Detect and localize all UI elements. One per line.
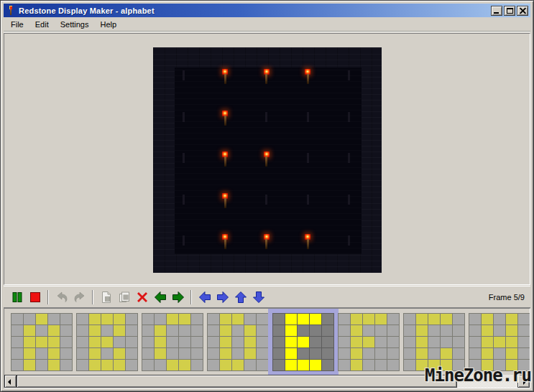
delete-x-icon <box>135 290 149 304</box>
close-button[interactable] <box>517 6 528 16</box>
pixel-cell <box>285 348 297 359</box>
pixel-cell <box>167 325 178 336</box>
minimize-button[interactable] <box>491 6 502 16</box>
pixel-cell <box>208 360 219 370</box>
menu-help[interactable]: Help <box>94 19 122 30</box>
pixel-cell <box>469 314 481 325</box>
pixel-cell <box>310 348 321 359</box>
redstone-torch-lit[interactable] <box>263 69 270 88</box>
shift-right-button[interactable] <box>214 289 231 306</box>
redstone-torch-unlit[interactable] <box>180 111 188 129</box>
pixel-cell <box>482 348 493 359</box>
pixel-cell <box>126 337 137 347</box>
frame-thumbnail-A[interactable] <box>11 313 73 371</box>
pixel-cell <box>322 348 333 359</box>
redstone-torch-unlit[interactable] <box>346 69 353 88</box>
redstone-torch-lit[interactable] <box>221 193 229 212</box>
shift-up-button[interactable] <box>232 289 249 306</box>
pixel-cell <box>232 337 244 347</box>
pixel-cell <box>89 314 101 325</box>
redstone-torch-unlit[interactable] <box>180 234 188 253</box>
scroll-left-button[interactable] <box>4 375 17 388</box>
pixel-cell <box>167 337 178 347</box>
pixel-cell <box>375 325 387 336</box>
pixel-cell <box>155 314 166 325</box>
frame-indicator: Frame 5/9 <box>489 293 525 302</box>
pixel-cell <box>167 314 178 325</box>
next-frame-button[interactable] <box>170 289 187 306</box>
pixel-cell <box>77 348 88 359</box>
pixel-cell <box>114 314 125 325</box>
pixel-cell <box>453 314 464 325</box>
redstone-torch-unlit[interactable] <box>346 234 353 253</box>
frame-thumbnail-C[interactable] <box>142 313 203 371</box>
pixel-cell <box>48 314 60 325</box>
pixel-cell <box>322 337 333 347</box>
redstone-torch-lit[interactable] <box>221 234 229 253</box>
redstone-torch-unlit[interactable] <box>304 151 311 170</box>
pixel-cell <box>416 348 428 359</box>
frame-thumbnail-E[interactable] <box>272 313 334 371</box>
redstone-torch-unlit[interactable] <box>263 111 270 129</box>
pixel-cell <box>506 314 517 325</box>
pixel-cell <box>428 348 440 359</box>
redstone-torch-lit[interactable] <box>304 234 311 253</box>
prev-frame-button[interactable] <box>152 289 169 306</box>
pixel-cell <box>220 360 231 370</box>
pixel-cell <box>24 314 35 325</box>
pixel-cell <box>273 337 285 347</box>
menu-edit[interactable]: Edit <box>29 19 55 30</box>
menu-settings[interactable]: Settings <box>55 19 95 30</box>
maximize-button[interactable] <box>504 6 515 16</box>
redstone-torch-unlit[interactable] <box>346 193 353 212</box>
redstone-torch-lit[interactable] <box>221 111 229 129</box>
frame-thumbnail-D[interactable] <box>207 313 269 371</box>
pixel-cell <box>298 325 309 336</box>
pixel-cell <box>375 314 387 325</box>
frame-thumbnail-H[interactable] <box>469 313 530 371</box>
torch-stick <box>265 112 267 122</box>
redstone-torch-unlit[interactable] <box>180 69 188 88</box>
redstone-torch-unlit[interactable] <box>180 193 188 212</box>
pixel-cell <box>387 337 399 347</box>
redstone-torch-lit[interactable] <box>221 69 229 88</box>
redstone-torch-unlit[interactable] <box>180 151 188 170</box>
redstone-torch-lit[interactable] <box>263 151 270 170</box>
pixel-cell <box>155 348 166 359</box>
stop-button[interactable] <box>27 289 44 306</box>
redstone-torch-unlit[interactable] <box>304 111 311 129</box>
pixel-cell <box>244 325 256 336</box>
pixel-cell <box>220 325 231 336</box>
redstone-torch-unlit[interactable] <box>346 151 353 170</box>
frame-thumbnail-F[interactable] <box>338 313 400 371</box>
pixel-cell <box>387 325 399 336</box>
redstone-torch-lit[interactable] <box>304 69 311 88</box>
title-bar[interactable]: Redstone Display Maker - alphabet <box>4 4 530 17</box>
toolbar-separator <box>47 290 49 304</box>
delete-frame-button[interactable] <box>134 289 151 306</box>
pixel-cell <box>506 337 517 347</box>
pixel-cell <box>404 348 415 359</box>
pixel-cell <box>89 360 101 370</box>
redstone-torch-unlit[interactable] <box>263 193 270 212</box>
pixel-cell <box>404 314 415 325</box>
pixel-cell <box>244 337 256 347</box>
redstone-torch-lit[interactable] <box>221 151 229 170</box>
menu-file[interactable]: File <box>5 19 29 30</box>
pause-button[interactable] <box>9 289 26 306</box>
scrollbar-thumb[interactable] <box>17 375 457 388</box>
pixel-cell <box>285 337 297 347</box>
redstone-torch-unlit[interactable] <box>304 193 311 212</box>
redo-icon <box>73 290 87 304</box>
pixel-cell <box>36 360 47 370</box>
frame-thumbnail-B[interactable] <box>76 313 138 371</box>
pixel-cell <box>24 337 35 347</box>
shift-left-button[interactable] <box>196 289 213 306</box>
redstone-torch-lit[interactable] <box>263 234 270 253</box>
pixel-cell <box>101 360 113 370</box>
pixel-cell <box>273 348 285 359</box>
frame-thumbnail-G[interactable] <box>403 313 465 371</box>
shift-down-button[interactable] <box>250 289 267 306</box>
redstone-torch-unlit[interactable] <box>346 111 353 129</box>
pixel-cell <box>77 325 88 336</box>
